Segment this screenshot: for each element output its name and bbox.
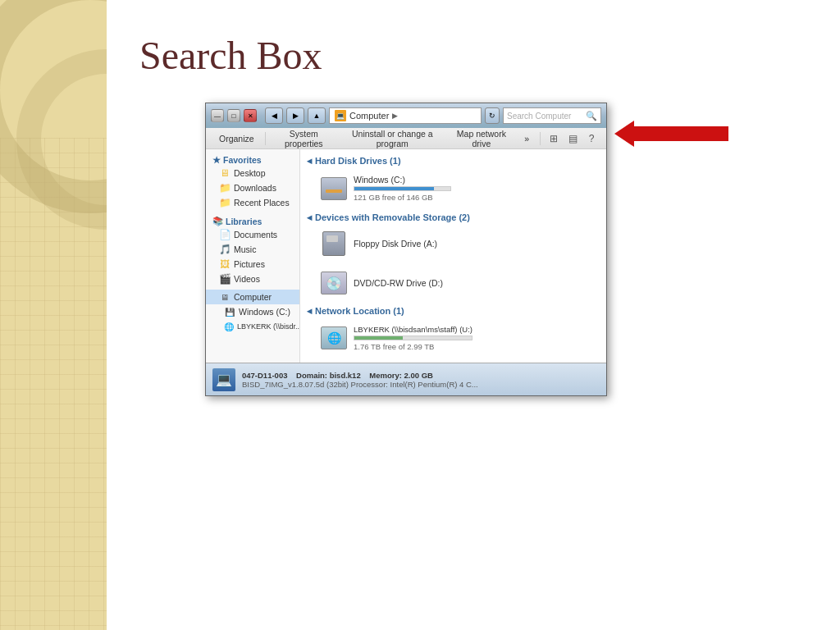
nav-item-videos[interactable]: 🎬 Videos (206, 272, 299, 286)
nav-item-music[interactable]: 🎵 Music (206, 242, 299, 257)
network-size: 1.76 TB free of 2.99 TB (354, 342, 472, 351)
hard-disk-drives: Windows (C:) 121 GB free of 146 GB (307, 171, 600, 206)
windows-c-name: Windows (C:) (354, 175, 451, 185)
red-arrow-indicator (614, 121, 728, 147)
refresh-button[interactable]: ↻ (485, 107, 500, 124)
network-bar-container (354, 336, 472, 340)
hard-disk-section-header: Hard Disk Drives (1) (307, 156, 600, 166)
uninstall-button[interactable]: Uninstall or change a program (340, 130, 445, 147)
floppy-drive[interactable]: Floppy Disk Drive (A:) (313, 227, 457, 260)
windows-c-size: 121 GB free of 146 GB (354, 193, 451, 202)
windows-c-bar-fill (354, 187, 434, 190)
dvd-name: DVD/CD-RW Drive (D:) (354, 278, 451, 288)
network-name: LBYKERK (\\bisdsan\ms\staff) (U:) (354, 325, 472, 334)
windows-explorer-window: — □ ✕ ◀ ▶ ▲ 💻 Computer ▶ ↻ Search Comput… (205, 103, 607, 396)
recent-icon: 📁 (219, 197, 231, 208)
back-button[interactable]: ◀ (265, 107, 283, 124)
view-change-icon[interactable]: ⊞ (546, 130, 562, 147)
address-text: Computer (349, 111, 389, 121)
favorites-header: ★ Favorites (206, 153, 299, 166)
network-info: LBYKERK (\\bisdsan\ms\staff) (U:) 1.76 T… (354, 325, 472, 351)
main-pane: Hard Disk Drives (1) Windows (C:) (300, 149, 606, 363)
nav-item-downloads-label: Downloads (234, 183, 276, 193)
nav-pane: ★ Favorites 🖥 Desktop 📁 Downloads 📁 (206, 149, 300, 363)
search-icon: 🔍 (586, 111, 597, 121)
arrow-tip (614, 121, 634, 147)
nav-item-documents[interactable]: 📄 Documents (206, 227, 299, 242)
removable-section-header: Devices with Removable Storage (2) (307, 212, 600, 222)
windows-c-drive[interactable]: Windows (C:) 121 GB free of 146 GB (313, 171, 457, 206)
help-button[interactable]: ? (583, 130, 600, 147)
arrow-shaft (634, 126, 728, 141)
nav-item-desktop[interactable]: 🖥 Desktop (206, 166, 299, 180)
computer-section: 🖥 Computer 💾 Windows (C:) 🌐 LBYKERK (\\b… (206, 290, 299, 334)
page-title: Search Box (139, 33, 807, 78)
dvd-info: DVD/CD-RW Drive (D:) (354, 278, 451, 288)
more-button[interactable]: » (518, 130, 536, 147)
nav-item-pictures-label: Pictures (234, 259, 265, 269)
organize-button[interactable]: Organize (212, 130, 261, 147)
pictures-icon: 🖼 (219, 258, 231, 270)
address-chevron: ▶ (392, 112, 398, 120)
map-network-button[interactable]: Map network drive (447, 130, 517, 147)
windows-c-bar-container (354, 186, 451, 191)
hdd-icon-container (319, 176, 349, 201)
windows-c-info: Windows (C:) 121 GB free of 146 GB (354, 175, 451, 202)
network-drives: 🌐 LBYKERK (\\bisdsan\ms\staff) (U:) 1.76… (307, 321, 600, 355)
status-info: 047-D11-003 Domain: bisd.k12 Memory: 2.0… (242, 371, 600, 389)
hdd-icon (321, 177, 347, 200)
nav-item-lbykerk[interactable]: 🌐 LBYKERK (\\bisdr... (206, 319, 299, 334)
nav-item-documents-label: Documents (234, 230, 277, 240)
close-button[interactable]: ✕ (244, 109, 257, 122)
videos-icon: 🎬 (219, 273, 231, 285)
up-button[interactable]: ▲ (308, 107, 326, 124)
nav-item-windows-c[interactable]: 💾 Windows (C:) (206, 304, 299, 319)
floppy-icon-container (319, 231, 349, 256)
network-drive[interactable]: 🌐 LBYKERK (\\bisdsan\ms\staff) (U:) 1.76… (313, 321, 457, 355)
nav-item-recent[interactable]: 📁 Recent Places (206, 195, 299, 210)
lbykerk-nav-icon: 🌐 (224, 321, 234, 332)
status-bar: 💻 047-D11-003 Domain: bisd.k12 Memory: 2… (206, 363, 606, 395)
explorer-body: ★ Favorites 🖥 Desktop 📁 Downloads 📁 (206, 149, 606, 363)
status-computer-name: 047-D11-003 Domain: bisd.k12 Memory: 2.0… (242, 371, 600, 380)
toolbar-separator-1 (265, 132, 266, 145)
grid-pattern (0, 138, 107, 630)
network-icon: 🌐 (321, 326, 347, 349)
toolbar-right: ⊞ ▤ ? (537, 130, 600, 147)
nav-item-downloads[interactable]: 📁 Downloads (206, 180, 299, 195)
forward-button[interactable]: ▶ (286, 107, 304, 124)
floppy-name: Floppy Disk Drive (A:) (354, 239, 451, 249)
system-properties-button[interactable]: System properties (269, 130, 338, 147)
network-section-header: Network Location (1) (307, 306, 600, 316)
removable-drives: Floppy Disk Drive (A:) 💿 DVD/CD-RW Drive… (307, 227, 600, 299)
computer-nav-icon: 🖥 (219, 291, 231, 303)
floppy-info: Floppy Disk Drive (A:) (354, 239, 451, 249)
view-list-icon[interactable]: ▤ (564, 130, 581, 147)
music-icon: 🎵 (219, 244, 231, 255)
nav-item-music-label: Music (234, 244, 256, 254)
desktop-icon: 🖥 (219, 167, 231, 179)
minimize-button[interactable]: — (211, 109, 224, 122)
title-bar: — □ ✕ ◀ ▶ ▲ 💻 Computer ▶ ↻ Search Comput… (206, 103, 606, 128)
floppy-icon (322, 231, 345, 256)
documents-icon: 📄 (219, 229, 231, 240)
nav-item-pictures[interactable]: 🖼 Pictures (206, 257, 299, 272)
network-icon-container: 🌐 (319, 326, 349, 350)
downloads-icon: 📁 (219, 182, 231, 194)
main-content: Search Box — □ ✕ ◀ ▶ ▲ 💻 Computer ▶ (107, 0, 840, 630)
favorites-section: ★ Favorites 🖥 Desktop 📁 Downloads 📁 (206, 153, 299, 210)
search-box[interactable]: Search Computer 🔍 (503, 107, 601, 124)
nav-item-computer[interactable]: 🖥 Computer (206, 290, 299, 304)
toolbar: Organize System properties Uninstall or … (206, 128, 606, 149)
status-computer-icon: 💻 (212, 368, 235, 391)
network-bar-fill (354, 336, 403, 340)
computer-address-icon: 💻 (335, 110, 346, 121)
toolbar-separator-2 (540, 132, 541, 145)
nav-item-recent-label: Recent Places (234, 198, 290, 208)
address-bar[interactable]: 💻 Computer ▶ (329, 107, 482, 124)
dvd-icon-container: 💿 (319, 271, 349, 295)
libraries-section: 📚 Libraries 📄 Documents 🎵 Music 🖼 (206, 213, 299, 286)
maximize-button[interactable]: □ (227, 109, 240, 122)
nav-item-computer-label: Computer (234, 292, 272, 302)
dvd-drive[interactable]: 💿 DVD/CD-RW Drive (D:) (313, 267, 457, 299)
